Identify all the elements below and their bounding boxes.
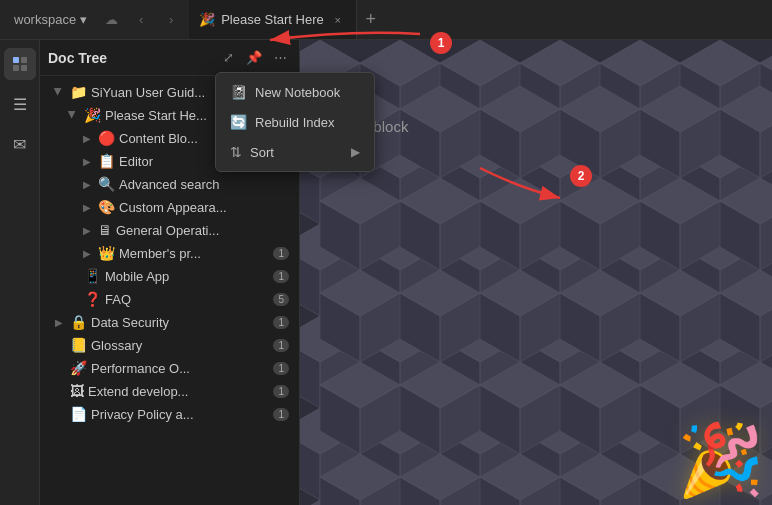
- chevron-icon: ▶: [80, 223, 94, 237]
- item-badge: 1: [273, 339, 289, 352]
- item-badge: 5: [273, 293, 289, 306]
- icon-bar-inbox[interactable]: ✉: [4, 128, 36, 160]
- svg-rect-0: [13, 57, 19, 63]
- chevron-icon: ▶: [80, 200, 94, 214]
- new-notebook-icon: 📓: [230, 84, 247, 100]
- tree-item-privacy[interactable]: ▶ 📄 Privacy Policy a... 1: [44, 403, 295, 425]
- item-badge: 1: [273, 362, 289, 375]
- svg-rect-1: [21, 57, 27, 63]
- workspace-label: workspace: [14, 12, 76, 27]
- workspace-button[interactable]: workspace ▾: [8, 8, 93, 31]
- workspace-chevron-icon: ▾: [80, 12, 87, 27]
- sidebar-title: Doc Tree: [48, 50, 213, 66]
- svg-rect-2: [13, 65, 19, 71]
- party-popper: 🎉: [677, 425, 764, 495]
- tree-item-general-op[interactable]: ▶ 🖥 General Operati...: [44, 219, 295, 241]
- tree-item-mobile[interactable]: ▶ 📱 Mobile App 1: [44, 265, 295, 287]
- tab-area: 🎉 Please Start Here × +: [189, 0, 764, 39]
- expand-icon[interactable]: ⤢: [217, 47, 239, 69]
- icon-bar-menu[interactable]: ☰: [4, 88, 36, 120]
- menu-item-sort[interactable]: ⇅ Sort ▶: [216, 137, 374, 167]
- tree-item-performance[interactable]: ▶ 🚀 Performance O... 1: [44, 357, 295, 379]
- tree-item-extend[interactable]: ▶ 🖼 Extend develop... 1: [44, 380, 295, 402]
- rebuild-index-icon: 🔄: [230, 114, 247, 130]
- sidebar-header: Doc Tree ⤢ 📌 ⋯: [40, 40, 299, 76]
- tree-item-custom-appear[interactable]: ▶ 🎨 Custom Appeara...: [44, 196, 295, 218]
- new-tab-button[interactable]: +: [357, 6, 385, 34]
- tab-please-start[interactable]: 🎉 Please Start Here ×: [189, 0, 357, 39]
- item-badge: 1: [273, 408, 289, 421]
- context-menu: 📓 New Notebook 🔄 Rebuild Index ⇅ Sort ▶: [215, 72, 375, 172]
- icon-bar: ☰ ✉: [0, 40, 40, 505]
- tab-close-button[interactable]: ×: [330, 12, 346, 28]
- chevron-icon: ▶: [80, 246, 94, 260]
- menu-item-sort-label: Sort: [250, 145, 274, 160]
- cloud-icon[interactable]: ☁: [99, 8, 123, 32]
- item-badge: 1: [273, 316, 289, 329]
- menu-item-rebuild-index[interactable]: 🔄 Rebuild Index: [216, 107, 374, 137]
- tree-item-data-security[interactable]: ▶ 🔒 Data Security 1: [44, 311, 295, 333]
- item-badge: 1: [273, 247, 289, 260]
- pin-icon[interactable]: 📌: [243, 47, 265, 69]
- item-badge: 1: [273, 270, 289, 283]
- forward-button[interactable]: ›: [159, 8, 183, 32]
- tab-label: Please Start Here: [221, 12, 324, 27]
- chevron-icon: ▶: [80, 154, 94, 168]
- doc-tree-icon: [11, 55, 29, 73]
- tree-item-members[interactable]: ▶ 👑 Member's pr... 1: [44, 242, 295, 264]
- back-button[interactable]: ‹: [129, 8, 153, 32]
- tree-item-advanced-search[interactable]: ▶ 🔍 Advanced search: [44, 173, 295, 195]
- chevron-icon: ▶: [52, 85, 66, 99]
- icon-bar-doc-tree[interactable]: [4, 48, 36, 80]
- tab-icon: 🎉: [199, 12, 215, 27]
- top-bar: workspace ▾ ☁ ‹ › 🎉 Please Start Here × …: [0, 0, 772, 40]
- chevron-icon: ▶: [80, 131, 94, 145]
- tree-item-glossary[interactable]: ▶ 📒 Glossary 1: [44, 334, 295, 356]
- more-icon[interactable]: ⋯: [269, 47, 291, 69]
- sort-submenu-arrow-icon: ▶: [351, 145, 360, 159]
- tree-item-faq[interactable]: ▶ ❓ FAQ 5: [44, 288, 295, 310]
- menu-item-new-notebook[interactable]: 📓 New Notebook: [216, 77, 374, 107]
- menu-item-new-notebook-label: New Notebook: [255, 85, 340, 100]
- sort-icon: ⇅: [230, 144, 242, 160]
- main-layout: ☰ ✉ Doc Tree ⤢ 📌 ⋯ ▶ 📁 SiYuan User Guid.…: [0, 40, 772, 505]
- item-badge: 1: [273, 385, 289, 398]
- svg-rect-3: [21, 65, 27, 71]
- chevron-icon: ▶: [52, 315, 66, 329]
- menu-item-rebuild-index-label: Rebuild Index: [255, 115, 335, 130]
- chevron-icon: ▶: [80, 177, 94, 191]
- chevron-icon: ▶: [66, 108, 80, 122]
